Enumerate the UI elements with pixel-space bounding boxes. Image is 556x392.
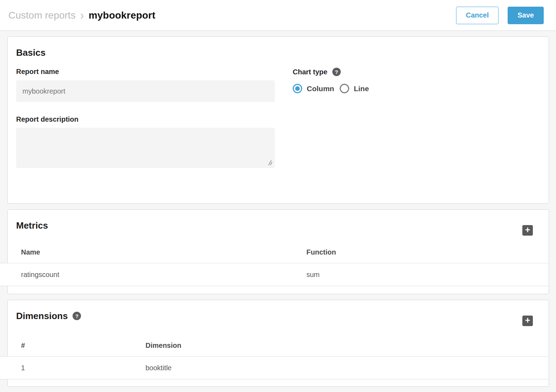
dimensions-card: Dimensions ? + # Dimension 1 booktitle <box>7 300 549 387</box>
metrics-column-name: Name <box>21 248 306 256</box>
page-header: Custom reports › mybookreport Cancel Sav… <box>0 0 556 31</box>
add-metric-button[interactable]: + <box>522 225 533 236</box>
metric-function-cell: sum <box>306 271 320 279</box>
radio-selected-icon[interactable] <box>293 84 302 93</box>
dimensions-heading: Dimensions <box>16 310 68 322</box>
dimensions-column-dimension: Dimension <box>145 342 181 350</box>
report-description-label: Report description <box>16 115 275 123</box>
dimensions-help-icon[interactable]: ? <box>73 312 81 320</box>
metrics-column-function: Function <box>306 248 336 256</box>
basics-right-column: Chart type ? Column Line <box>293 59 540 168</box>
metrics-table-header: Name Function <box>8 241 549 263</box>
metric-row[interactable]: ratingscount sum <box>0 263 549 286</box>
dimension-name-cell: booktitle <box>145 364 172 372</box>
metrics-heading: Metrics <box>16 219 48 231</box>
dimensions-table-header: # Dimension <box>8 334 549 356</box>
report-name-label: Report name <box>16 68 275 76</box>
radio-unselected-icon[interactable] <box>340 84 349 93</box>
dimension-number-cell: 1 <box>21 364 145 372</box>
dimensions-column-number: # <box>21 342 145 350</box>
header-actions: Cancel Save <box>456 7 544 24</box>
chart-type-option-line-label[interactable]: Line <box>354 85 369 93</box>
page-content: Basics Report name Report description <box>0 31 556 392</box>
basics-heading: Basics <box>16 47 540 59</box>
basics-left-column: Report name Report description <box>16 59 275 168</box>
metric-name-cell: ratingscount <box>21 271 306 279</box>
chart-type-label: Chart type <box>293 68 327 76</box>
metrics-card-footer <box>8 286 549 294</box>
chart-type-option-column-label[interactable]: Column <box>307 85 334 93</box>
metrics-table-rows: ratingscount sum <box>0 263 549 286</box>
chevron-right-icon: › <box>80 8 83 22</box>
dimensions-card-footer <box>8 379 549 386</box>
chart-type-option-line[interactable]: Line <box>340 84 369 93</box>
chart-type-help-icon[interactable]: ? <box>332 68 341 76</box>
breadcrumb: Custom reports › mybookreport <box>8 10 155 21</box>
metrics-card: Metrics + Name Function ratingscount sum <box>7 209 549 294</box>
report-description-textarea[interactable] <box>16 128 275 168</box>
add-dimension-button[interactable]: + <box>522 316 533 326</box>
page-title: mybookreport <box>89 10 156 21</box>
dimension-row[interactable]: 1 booktitle <box>0 357 549 379</box>
basics-card: Basics Report name Report description <box>7 36 549 204</box>
chart-type-radio-group: Column Line <box>293 84 540 93</box>
report-name-input[interactable] <box>16 80 275 102</box>
save-button[interactable]: Save <box>508 7 544 24</box>
textarea-resize-handle-icon[interactable] <box>266 160 273 166</box>
breadcrumb-parent-link[interactable]: Custom reports <box>8 10 75 21</box>
chart-type-option-column[interactable]: Column <box>293 84 334 93</box>
cancel-button[interactable]: Cancel <box>456 7 499 24</box>
dimensions-table-rows: 1 booktitle <box>0 356 549 379</box>
